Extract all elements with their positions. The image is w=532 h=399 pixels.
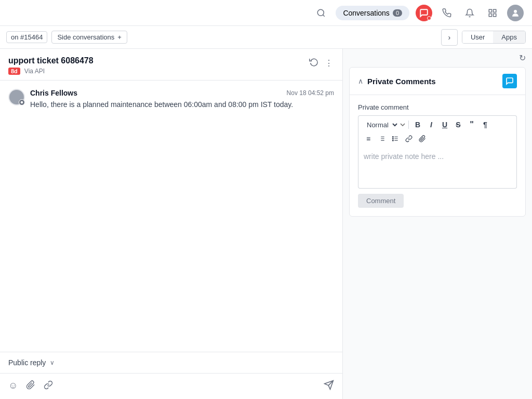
chat-button[interactable]: [416, 5, 432, 21]
table-row: Chris Fellows Nov 18 04:52 pm Hello, the…: [8, 89, 334, 110]
ticket-header: upport ticket 6086478 8d Via API ⋮: [0, 49, 342, 81]
emoji-icon[interactable]: ☺: [8, 380, 18, 392]
messages-area: Chris Fellows Nov 18 04:52 pm Hello, the…: [0, 81, 342, 352]
message-text: Hello, there is a planned maintenance be…: [30, 99, 334, 110]
compose-icons: ☺: [8, 380, 53, 392]
chat-notification-dot: [427, 16, 431, 20]
grid-button[interactable]: [484, 5, 501, 21]
second-nav: on #15464 Side conversations + › User Ap…: [0, 26, 532, 49]
main-layout: upport ticket 6086478 8d Via API ⋮: [0, 49, 532, 399]
via-api-text: Via API: [24, 68, 45, 75]
font-style-select[interactable]: Normal: [363, 119, 399, 130]
phone-button[interactable]: [438, 5, 455, 21]
private-comment-label: Private comment: [358, 103, 517, 111]
svg-point-6: [514, 10, 517, 13]
side-conversations-button[interactable]: Side conversations +: [51, 31, 127, 44]
conversations-button[interactable]: Conversations 0: [336, 6, 409, 20]
tab-apps[interactable]: Apps: [493, 31, 525, 43]
bell-button[interactable]: [461, 5, 478, 21]
svg-line-1: [323, 15, 325, 16]
editor-toolbar: Normal B I U S " ¶ ≡: [358, 115, 517, 147]
avatar: [8, 89, 25, 105]
svg-point-7: [21, 101, 23, 104]
send-button[interactable]: [324, 380, 334, 393]
private-comments-title: Private Comments: [367, 77, 436, 86]
card-body: Private comment Normal B I U S " ¶: [350, 95, 525, 216]
comment-submit-button[interactable]: Comment: [358, 194, 404, 208]
svg-rect-4: [494, 14, 496, 16]
align-left-button[interactable]: ≡: [363, 134, 374, 144]
private-comments-card: ∧ Private Comments Private comment: [349, 67, 526, 217]
svg-rect-2: [489, 9, 491, 12]
avatar-status: [19, 99, 25, 105]
refresh-button[interactable]: ↻: [519, 53, 526, 63]
link-editor-button[interactable]: [403, 134, 415, 144]
ticket-title: upport ticket 6086478: [8, 56, 94, 65]
link-icon[interactable]: [44, 380, 53, 392]
left-panel: upport ticket 6086478 8d Via API ⋮: [0, 49, 343, 399]
svg-point-20: [392, 138, 393, 139]
attachment-editor-button[interactable]: [417, 134, 428, 144]
quote-button[interactable]: ": [466, 119, 477, 130]
conversations-label: Conversations: [343, 9, 390, 17]
svg-rect-5: [489, 14, 491, 16]
chevron-up-icon: ∧: [358, 77, 363, 85]
add-side-conv-icon: +: [117, 33, 122, 41]
public-reply-label[interactable]: Public reply: [8, 358, 46, 367]
more-options-button[interactable]: ⋮: [324, 57, 334, 69]
italic-button[interactable]: I: [425, 119, 437, 130]
paragraph-button[interactable]: ¶: [480, 119, 491, 130]
reply-compose: ☺: [0, 373, 342, 399]
message-time: Nov 18 04:52 pm: [287, 89, 334, 97]
unordered-list-button[interactable]: [390, 134, 401, 144]
side-conv-label: Side conversations: [57, 33, 114, 41]
right-panel-top: ↻: [343, 49, 532, 67]
svg-point-21: [392, 140, 393, 141]
card-header[interactable]: ∧ Private Comments: [350, 68, 525, 95]
svg-rect-3: [494, 9, 496, 12]
ticket-actions: ⋮: [308, 56, 334, 70]
ticket-meta: 8d Via API: [8, 68, 94, 75]
top-nav: Conversations 0: [0, 0, 532, 26]
attach-icon[interactable]: [26, 380, 35, 392]
strikethrough-button[interactable]: S: [453, 119, 464, 130]
nav-arrow-button[interactable]: ›: [441, 29, 458, 46]
reply-bar: Public reply ∨: [0, 352, 342, 373]
private-comments-icon: [502, 74, 517, 88]
ordered-list-button[interactable]: [376, 134, 388, 144]
message-content: Chris Fellows Nov 18 04:52 pm Hello, the…: [30, 89, 334, 110]
tab-user[interactable]: User: [462, 31, 493, 43]
user-apps-tabs: User Apps: [462, 31, 526, 44]
svg-point-19: [392, 137, 393, 138]
message-author: Chris Fellows: [30, 89, 77, 97]
bold-button[interactable]: B: [412, 119, 423, 130]
conversations-badge: 0: [393, 9, 402, 17]
user-avatar[interactable]: [507, 5, 524, 21]
right-panel: ↻ ∧ Private Comments Private comment: [343, 49, 532, 399]
private-note-placeholder: write private note here ...: [364, 152, 444, 161]
history-button[interactable]: [308, 56, 320, 70]
search-button[interactable]: [313, 5, 329, 21]
svg-point-0: [318, 9, 324, 16]
underline-button[interactable]: U: [439, 119, 450, 130]
ticket-tag: on #15464: [6, 31, 47, 43]
api-badge: 8d: [8, 68, 20, 75]
reply-chevron-icon: ∨: [50, 359, 55, 366]
private-note-editor[interactable]: write private note here ...: [358, 147, 517, 189]
